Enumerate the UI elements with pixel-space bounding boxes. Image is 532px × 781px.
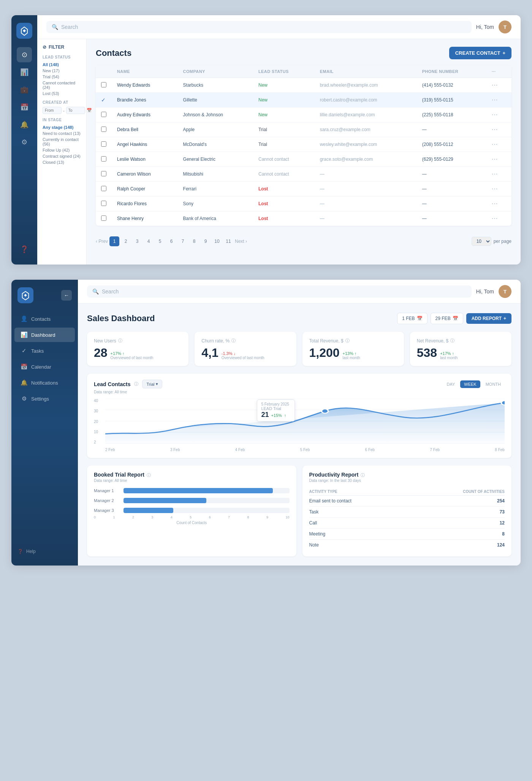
row-actions-button[interactable]: ··· — [492, 111, 498, 118]
date-btn-2[interactable]: 29 FEB 📅 — [431, 313, 463, 324]
app-logo[interactable] — [16, 23, 32, 39]
add-report-button[interactable]: ADD REPORT + — [466, 313, 511, 324]
cell-actions[interactable]: ··· — [486, 78, 511, 93]
create-contact-button[interactable]: CREATE CONTACT + — [449, 47, 511, 59]
info-icon[interactable]: ⓘ — [450, 338, 454, 344]
page-btn-10[interactable]: 10 — [212, 236, 222, 246]
th-email[interactable]: EMAIL — [315, 65, 417, 78]
row-checkbox[interactable] — [101, 82, 106, 87]
row-checkbox[interactable] — [101, 141, 106, 147]
filter-item[interactable]: New (17) — [43, 68, 81, 74]
row-checkbox[interactable] — [101, 186, 106, 191]
th-status[interactable]: LEAD STATUS — [253, 65, 315, 78]
info-icon[interactable]: ⓘ — [345, 338, 350, 344]
row-actions-button[interactable]: ··· — [492, 97, 498, 103]
chart-time-month[interactable]: MONTH — [482, 380, 505, 388]
filter-item[interactable]: Lost (53) — [43, 90, 81, 97]
cell-actions[interactable]: ··· — [486, 211, 511, 226]
info-icon[interactable]: ⓘ — [361, 472, 365, 478]
help-nav-item[interactable]: ❓ Help — [11, 545, 78, 558]
cell-actions[interactable]: ··· — [486, 122, 511, 137]
row-actions-button[interactable]: ··· — [492, 141, 498, 147]
filter-item[interactable]: Trial (54) — [43, 74, 81, 80]
page-btn-5[interactable]: 5 — [155, 236, 165, 246]
page-btn-11[interactable]: 11 — [223, 236, 233, 246]
row-checkbox-cell[interactable] — [96, 108, 112, 122]
row-checkbox-cell[interactable] — [96, 167, 112, 182]
cell-actions[interactable]: ··· — [486, 137, 511, 152]
date-to-input[interactable] — [66, 107, 85, 114]
filter-item[interactable]: Cannot contacted (24) — [43, 80, 81, 90]
row-checkbox-cell[interactable] — [96, 122, 112, 137]
chart-time-week[interactable]: WEEK — [460, 380, 480, 388]
row-checkbox-cell[interactable] — [96, 152, 112, 167]
per-page-select[interactable]: 10 20 50 — [472, 237, 491, 246]
row-checkbox-cell[interactable] — [96, 182, 112, 196]
sidebar-icon-calendar[interactable]: 📅 — [17, 100, 32, 115]
sidebar-item-calendar[interactable]: 📅 Calendar — [14, 360, 75, 374]
page-btn-2[interactable]: 2 — [121, 236, 131, 246]
sidebar-icon-home[interactable]: ⊙ — [17, 47, 32, 62]
back-button[interactable]: ← — [61, 290, 72, 301]
filter-item-stage[interactable]: Closed (13) — [43, 159, 81, 165]
row-checkbox[interactable] — [101, 215, 106, 221]
filter-item-stage[interactable]: Follow Up (42) — [43, 147, 81, 153]
dash-logo[interactable] — [17, 287, 33, 303]
search-box[interactable]: 🔍 Search — [46, 21, 472, 33]
cell-actions[interactable]: ··· — [486, 196, 511, 211]
next-page-button[interactable]: Next › — [235, 239, 247, 244]
sidebar-item-contacts[interactable]: 👤 Contacts — [14, 312, 75, 326]
info-icon[interactable]: ⓘ — [134, 381, 138, 387]
sidebar-icon-chart[interactable]: 📊 — [17, 65, 32, 80]
info-icon[interactable]: ⓘ — [231, 338, 236, 344]
row-checkbox[interactable] — [101, 127, 106, 132]
filter-item-stage[interactable]: Contract signed (24) — [43, 153, 81, 159]
page-btn-8[interactable]: 8 — [189, 236, 199, 246]
sidebar-item-notifications[interactable]: 🔔 Notifications — [14, 375, 75, 390]
row-checkbox-cell[interactable]: ✓ — [96, 93, 112, 108]
page-btn-4[interactable]: 4 — [144, 236, 154, 246]
filter-item-stage[interactable]: Currently in contact (56) — [43, 136, 81, 147]
page-btn-9[interactable]: 9 — [201, 236, 211, 246]
page-btn-7[interactable]: 7 — [178, 236, 188, 246]
cell-actions[interactable]: ··· — [486, 93, 511, 108]
cell-actions[interactable]: ··· — [486, 182, 511, 196]
row-checkbox-cell[interactable] — [96, 78, 112, 93]
row-checkbox-cell[interactable] — [96, 137, 112, 152]
filter-item[interactable]: All (148) — [43, 62, 81, 68]
row-checkbox-cell[interactable] — [96, 211, 112, 226]
th-company[interactable]: COMPANY — [178, 65, 253, 78]
row-checkbox[interactable] — [101, 201, 106, 206]
sidebar-item-settings[interactable]: ⚙ Settings — [14, 391, 75, 406]
filter-item-stage[interactable]: Any stage (148) — [43, 124, 81, 130]
sidebar-icon-briefcase[interactable]: 💼 — [17, 82, 32, 97]
sidebar-item-tasks[interactable]: ✓ Tasks — [14, 344, 75, 358]
row-checkbox[interactable] — [101, 156, 106, 162]
page-btn-3[interactable]: 3 — [132, 236, 142, 246]
prev-page-button[interactable]: ‹ Prev — [96, 239, 108, 244]
chart-filter-button[interactable]: Trial ▾ — [142, 380, 162, 388]
chart-time-day[interactable]: DAY — [443, 380, 459, 388]
cell-actions[interactable]: ··· — [486, 108, 511, 122]
th-phone[interactable]: PHONE NUMBER — [417, 65, 486, 78]
row-actions-button[interactable]: ··· — [492, 200, 498, 207]
filter-item-stage[interactable]: Need to contact (13) — [43, 130, 81, 136]
info-icon[interactable]: ⓘ — [118, 338, 122, 344]
row-actions-button[interactable]: ··· — [492, 126, 498, 133]
sidebar-item-dashboard[interactable]: 📊 Dashboard — [14, 328, 75, 342]
date-from-input[interactable] — [43, 107, 62, 114]
dash-search-box[interactable]: 🔍 Search — [87, 285, 472, 298]
sidebar-icon-help[interactable]: ❓ — [17, 242, 32, 257]
row-actions-button[interactable]: ··· — [492, 171, 498, 177]
row-actions-button[interactable]: ··· — [492, 156, 498, 162]
sidebar-icon-settings[interactable]: ⚙ — [17, 135, 32, 150]
row-checkbox[interactable] — [101, 171, 106, 176]
date-btn-1[interactable]: 1 FEB 📅 — [397, 313, 427, 324]
row-actions-button[interactable]: ··· — [492, 215, 498, 222]
sidebar-icon-bell[interactable]: 🔔 — [17, 117, 32, 132]
row-checkbox[interactable] — [101, 112, 106, 117]
row-actions-button[interactable]: ··· — [492, 185, 498, 192]
page-btn-6[interactable]: 6 — [166, 236, 176, 246]
row-actions-button[interactable]: ··· — [492, 82, 498, 88]
cell-actions[interactable]: ··· — [486, 167, 511, 182]
